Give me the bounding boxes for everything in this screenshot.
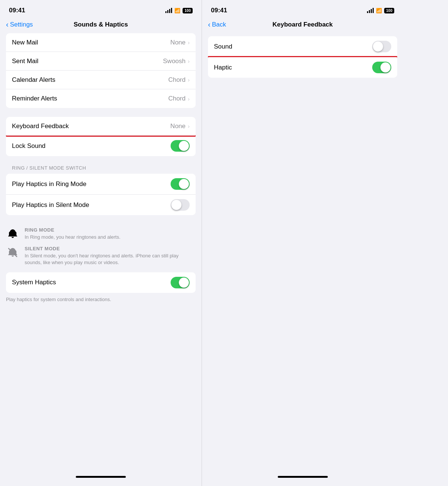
- signal-icon-right: [367, 8, 374, 13]
- calendar-alerts-value: Chord: [168, 76, 186, 84]
- sound-label: Sound: [214, 43, 232, 50]
- lock-sound-row[interactable]: Lock Sound: [6, 136, 196, 156]
- new-mail-value: None: [170, 39, 186, 46]
- silent-mode-title: SILENT MODE: [25, 246, 196, 251]
- system-haptics-group: System Haptics: [6, 272, 196, 293]
- ring-silent-group: Play Haptics in Ring Mode Play Haptics i…: [6, 174, 196, 215]
- back-label-left: Settings: [10, 21, 33, 28]
- new-mail-row[interactable]: New Mail None ›: [6, 33, 196, 52]
- sent-mail-label: Sent Mail: [12, 58, 38, 65]
- chevron-back-icon-right: ‹: [208, 20, 211, 29]
- back-label-right: Back: [212, 21, 226, 28]
- status-bar-right: 09:41 📶 100: [202, 0, 403, 19]
- page-title-left: Sounds & Haptics: [74, 21, 128, 28]
- sound-toggle-knob: [373, 41, 383, 52]
- haptics-silent-knob: [171, 200, 181, 210]
- page-title-right: Keyboard Feedback: [273, 21, 333, 28]
- left-panel: 09:41 📶 100 ‹ Settings Sounds & Haptics …: [0, 0, 202, 486]
- ring-silent-section-label: RING / SILENT MODE SWITCH: [0, 165, 202, 174]
- sent-mail-value-wrap: Swoosh ›: [163, 58, 190, 65]
- mail-alerts-group: New Mail None › Sent Mail Swoosh › Calen…: [6, 33, 196, 108]
- mode-info-group: RING MODE In Ring mode, you hear rington…: [0, 224, 202, 272]
- haptics-ring-row[interactable]: Play Haptics in Ring Mode: [6, 174, 196, 195]
- ring-mode-text: RING MODE In Ring mode, you hear rington…: [25, 227, 196, 241]
- haptics-ring-label: Play Haptics in Ring Mode: [12, 180, 86, 188]
- home-indicator-right: [278, 476, 328, 478]
- signal-icon: [165, 8, 172, 13]
- silent-mode-text: SILENT MODE In Silent mode, you don't he…: [25, 246, 196, 266]
- chevron-back-icon: ‹: [6, 20, 9, 29]
- system-haptics-knob: [179, 278, 189, 288]
- haptics-ring-toggle[interactable]: [171, 178, 190, 190]
- status-icons-left: 📶 100: [165, 8, 193, 13]
- haptics-silent-row[interactable]: Play Haptics in Silent Mode: [6, 195, 196, 215]
- system-haptics-row[interactable]: System Haptics: [6, 272, 196, 293]
- keyboard-feedback-row[interactable]: Keyboard Feedback None ›: [6, 117, 196, 136]
- calendar-alerts-row[interactable]: Calendar Alerts Chord ›: [6, 71, 196, 89]
- sent-mail-value: Swoosh: [163, 58, 186, 65]
- ring-mode-info: RING MODE In Ring mode, you hear rington…: [6, 227, 196, 241]
- system-haptics-toggle[interactable]: [171, 277, 190, 288]
- new-mail-chevron-icon: ›: [188, 39, 190, 46]
- right-panel: 09:41 📶 100 ‹ Back Keyboard Feedback Sou…: [202, 0, 403, 486]
- lock-sound-toggle-knob: [179, 141, 189, 151]
- status-bar-left: 09:41 📶 100: [0, 0, 202, 19]
- home-indicator-left: [76, 476, 126, 478]
- system-haptics-desc: Play haptics for system controls and int…: [6, 297, 111, 302]
- reminder-alerts-chevron-icon: ›: [188, 96, 190, 102]
- ring-bell-icon: [6, 227, 19, 241]
- haptics-silent-label: Play Haptics in Silent Mode: [12, 201, 89, 209]
- nav-bar-right: ‹ Back Keyboard Feedback: [202, 19, 403, 33]
- reminder-alerts-row[interactable]: Reminder Alerts Chord ›: [6, 89, 196, 108]
- wifi-icon: 📶: [174, 8, 180, 13]
- keyboard-feedback-chevron-icon: ›: [188, 123, 190, 129]
- back-button-right[interactable]: ‹ Back: [208, 20, 226, 29]
- silent-bell-icon: [6, 246, 19, 259]
- wifi-icon-right: 📶: [376, 8, 382, 13]
- new-mail-label: New Mail: [12, 39, 38, 46]
- silent-mode-desc: In Silent mode, you don't hear ringtones…: [25, 253, 196, 266]
- haptics-ring-knob: [179, 179, 189, 189]
- silent-mode-info: SILENT MODE In Silent mode, you don't he…: [6, 246, 196, 266]
- lock-sound-label: Lock Sound: [12, 142, 46, 150]
- lock-sound-toggle[interactable]: [171, 140, 190, 152]
- nav-bar-left: ‹ Settings Sounds & Haptics: [0, 19, 202, 33]
- haptics-silent-toggle[interactable]: [171, 199, 190, 211]
- status-icons-right: 📶 100: [367, 8, 394, 13]
- battery-icon: 100: [183, 8, 193, 13]
- haptic-toggle[interactable]: [372, 62, 391, 73]
- calendar-alerts-chevron-icon: ›: [188, 77, 190, 83]
- system-haptics-label: System Haptics: [12, 279, 56, 286]
- keyboard-feedback-value: None: [170, 123, 186, 130]
- calendar-alerts-label: Calendar Alerts: [12, 76, 55, 84]
- sent-mail-chevron-icon: ›: [188, 58, 190, 64]
- ring-mode-title: RING MODE: [25, 227, 196, 233]
- back-button-left[interactable]: ‹ Settings: [6, 20, 33, 29]
- keyboard-feedback-value-wrap: None ›: [170, 123, 190, 130]
- battery-icon-right: 100: [384, 8, 394, 13]
- keyboard-feedback-group: Sound Haptic: [208, 36, 397, 78]
- time-right: 09:41: [211, 7, 227, 14]
- ring-mode-desc: In Ring mode, you hear ringtones and ale…: [25, 234, 196, 241]
- calendar-alerts-value-wrap: Chord ›: [168, 76, 190, 84]
- sent-mail-row[interactable]: Sent Mail Swoosh ›: [6, 52, 196, 71]
- keyboard-lock-group: Keyboard Feedback None › Lock Sound: [6, 117, 196, 156]
- haptic-label: Haptic: [214, 64, 232, 71]
- haptic-row[interactable]: Haptic: [208, 57, 397, 78]
- sound-toggle[interactable]: [372, 41, 391, 52]
- keyboard-feedback-label: Keyboard Feedback: [12, 123, 69, 130]
- time-left: 09:41: [9, 7, 25, 14]
- reminder-alerts-label: Reminder Alerts: [12, 95, 57, 102]
- haptic-toggle-knob: [380, 62, 391, 72]
- new-mail-value-wrap: None ›: [170, 39, 190, 46]
- reminder-alerts-value: Chord: [168, 95, 186, 102]
- sound-row[interactable]: Sound: [208, 36, 397, 57]
- reminder-alerts-value-wrap: Chord ›: [168, 95, 190, 102]
